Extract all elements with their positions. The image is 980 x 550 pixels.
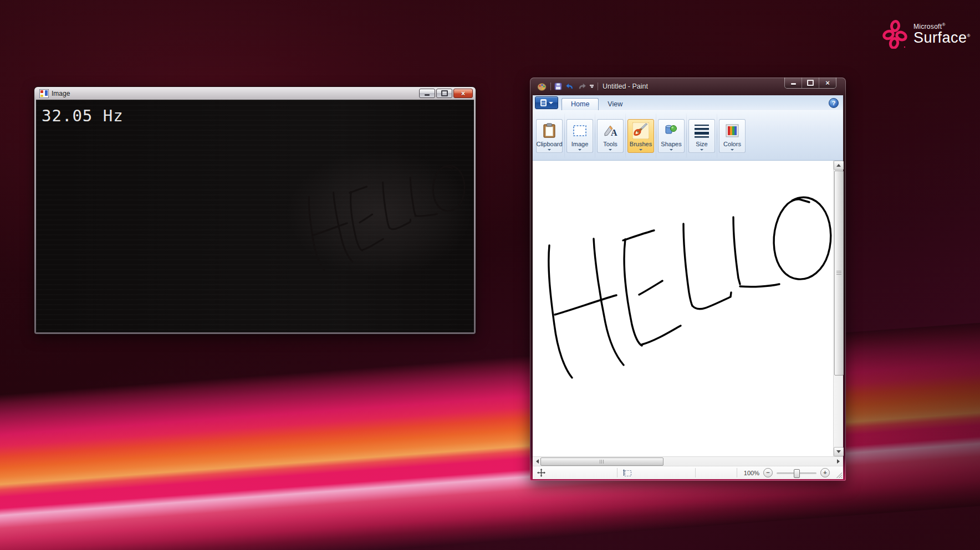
paint-maximize-button[interactable] — [802, 78, 819, 88]
fps-overlay-text: 32.05 Hz — [42, 106, 124, 125]
brand-company: Microsoft — [913, 23, 942, 30]
image-maximize-button[interactable] — [436, 89, 452, 98]
scrollbar-grip — [836, 271, 841, 275]
arrow-left-icon — [536, 459, 539, 464]
ribbon-group-label: Size — [696, 141, 707, 147]
chevron-down-icon — [578, 149, 581, 151]
minimize-icon — [791, 83, 796, 85]
colors-icon — [724, 122, 741, 139]
ribbon-separator — [686, 114, 687, 158]
ribbon-group-label: Colors — [723, 141, 741, 147]
brand-reg: ® — [942, 22, 945, 27]
tab-home[interactable]: Home — [562, 98, 599, 110]
undo-icon[interactable] — [565, 83, 574, 90]
scrollbar-grip — [600, 460, 604, 464]
ribbon-separator — [656, 114, 656, 158]
resize-grip[interactable] — [835, 471, 842, 478]
ribbon-separator — [625, 114, 626, 158]
ribbon-group-label: Clipboard — [536, 141, 562, 147]
help-icon[interactable]: ? — [829, 98, 839, 108]
ribbon: Clipboard Image — [533, 111, 843, 161]
brand-reg2: ® — [967, 33, 971, 38]
paint-titlebar[interactable]: Untitled - Paint × — [533, 78, 843, 95]
qat-separator2 — [598, 83, 598, 90]
image-close-button[interactable]: × — [453, 89, 473, 98]
chevron-down-icon — [609, 149, 612, 151]
zoom-slider-thumb[interactable] — [794, 469, 800, 478]
save-icon[interactable] — [554, 83, 562, 90]
arrow-up-icon — [836, 164, 841, 167]
ribbon-colors-button[interactable]: Colors — [719, 119, 746, 153]
ribbon-brushes-button[interactable]: Brushes — [627, 119, 654, 153]
redo-icon[interactable] — [578, 83, 586, 90]
arrow-right-icon — [837, 459, 840, 464]
vertical-scrollbar-thumb[interactable] — [834, 171, 844, 376]
menu-list-icon — [540, 99, 547, 106]
brush-icon — [632, 122, 649, 139]
close-icon: × — [461, 90, 465, 97]
clipboard-icon — [541, 122, 558, 139]
ribbon-separator — [717, 114, 717, 158]
vertical-scrollbar[interactable] — [833, 161, 843, 456]
qat-dropdown-icon[interactable] — [590, 85, 594, 88]
zoom-level-value: 100% — [744, 470, 759, 476]
image-minimize-button[interactable] — [419, 89, 435, 98]
paint-app-icon — [537, 82, 547, 91]
status-bar: 100% − + — [533, 466, 843, 479]
ribbon-tools-button[interactable]: A Tools — [597, 119, 624, 153]
paint-close-button[interactable]: × — [819, 78, 836, 88]
chevron-down-icon — [700, 149, 703, 151]
shapes-icon — [663, 122, 680, 139]
camera-feed-view: 32.05 Hz — [36, 100, 474, 332]
hello-drawing — [533, 161, 833, 456]
size-icon — [693, 122, 710, 139]
surface-flower-icon — [882, 20, 908, 49]
close-icon: × — [825, 79, 830, 86]
chevron-down-icon — [670, 149, 673, 151]
arrow-down-icon — [836, 450, 841, 453]
selection-size-cell — [617, 466, 695, 479]
zoom-controls: 100% − + — [737, 468, 835, 477]
ribbon-separator — [564, 114, 565, 158]
ribbon-shapes-button[interactable]: Shapes — [658, 119, 685, 153]
zoom-in-button[interactable]: + — [820, 468, 830, 477]
svg-text:A: A — [611, 128, 617, 137]
camera-faint-hello-drawing — [298, 145, 470, 314]
ribbon-image-button[interactable]: Image — [566, 119, 593, 153]
chevron-down-icon — [548, 149, 551, 151]
qat-separator — [550, 83, 551, 90]
ribbon-size-button[interactable]: Size — [688, 119, 715, 153]
paint-window-title: Untitled - Paint — [603, 83, 648, 90]
image-window: Image × 32.05 Hz — [34, 87, 476, 334]
canvas-area — [533, 161, 843, 456]
paint-window-buttons: × — [784, 78, 836, 89]
scroll-right-button[interactable] — [834, 457, 843, 466]
chevron-down-icon — [639, 149, 642, 151]
tab-view[interactable]: View — [599, 99, 631, 110]
paint-window: Untitled - Paint × Home View ? — [530, 78, 846, 481]
ribbon-group-label: Brushes — [630, 141, 652, 147]
horizontal-scrollbar[interactable] — [533, 456, 843, 466]
image-window-titlebar[interactable]: Image × — [36, 87, 474, 100]
scroll-up-button[interactable] — [834, 161, 844, 170]
selection-size-icon — [623, 469, 632, 477]
paint-client-area: Home View ? Clipboard — [533, 95, 843, 479]
paint-canvas[interactable] — [533, 161, 833, 456]
horizontal-scrollbar-thumb[interactable] — [540, 458, 663, 466]
zoom-slider[interactable] — [777, 469, 816, 477]
tools-icon: A — [602, 122, 619, 139]
ribbon-clipboard-button[interactable]: Clipboard — [536, 119, 563, 153]
scroll-down-button[interactable] — [834, 447, 844, 456]
ribbon-separator — [595, 114, 595, 158]
cursor-position-icon — [537, 469, 545, 477]
maximize-icon — [807, 80, 814, 86]
ribbon-group-label: Image — [571, 141, 589, 147]
chevron-down-icon — [731, 149, 734, 151]
ribbon-tab-row: Home View ? — [533, 95, 843, 111]
paint-menu-button[interactable] — [535, 96, 558, 109]
winforms-app-icon — [39, 89, 49, 98]
zoom-out-button[interactable]: − — [763, 468, 773, 477]
image-window-title: Image — [52, 90, 418, 97]
surface-logo: Microsoft® Surface® — [882, 20, 971, 49]
paint-minimize-button[interactable] — [785, 78, 802, 88]
